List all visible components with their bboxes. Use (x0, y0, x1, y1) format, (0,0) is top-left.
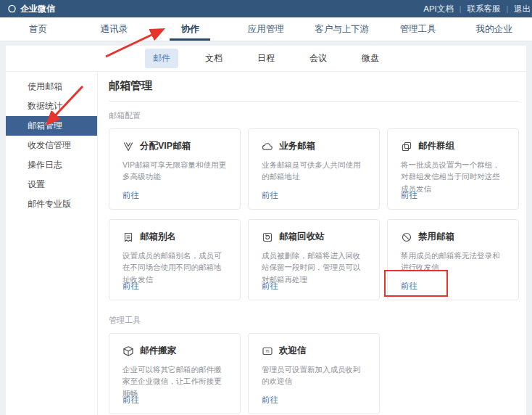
recycle-bin-icon (262, 231, 273, 243)
main-content: 邮箱管理 邮箱配置 分配VIP邮箱 VIP邮箱可享无限容量和使用更多高 (98, 72, 526, 415)
card-description: 企业可以将其它邮箱的邮件搬家至企业微信，让工作衔接更顺畅 (122, 363, 227, 399)
collaboration-tabs: 邮件 文档 日程 会议 微盘 (6, 46, 526, 72)
brand: 企业微信 (7, 3, 55, 15)
card-title: 邮箱回收站 (279, 231, 325, 243)
sidebar-item-settings[interactable]: 设置 (6, 175, 97, 194)
card-mail-alias: 邮箱别名 设置成员的邮箱别名，成员可在不同场合使用不同的邮箱地址收发信 前往 (109, 219, 241, 300)
section-label-admin-tools: 管理工具 (109, 315, 519, 326)
card-welcome-letter: Hi 欢迎信 管理员可设置新加入成员收到的欢迎信 前往 (248, 333, 380, 414)
go-link[interactable]: 前往 (122, 190, 139, 201)
card-title: 业务邮箱 (279, 140, 315, 152)
sidebar-item-operation-log[interactable]: 操作日志 (6, 155, 97, 175)
go-link[interactable]: 前往 (262, 395, 278, 406)
sidebar-item-mailbox-management[interactable]: 邮箱管理 (6, 116, 97, 136)
card-description: 将一批成员设置为一个群组，对群组发信相当于同时对这些成员发信 (401, 159, 505, 194)
admin-tools-cards: 邮件搬家 企业可以将其它邮箱的邮件搬家至企业微信，让工作衔接更顺畅 前往 Hi (109, 333, 519, 414)
card-description: 业务邮箱是可供多人共同使用的邮箱地址 (262, 159, 366, 183)
sidebar-item-mail-pro[interactable]: 邮件专业版 (6, 194, 97, 214)
nav-item-my-company[interactable]: 我的企业 (456, 17, 532, 41)
go-link[interactable]: 前往 (401, 190, 417, 201)
section-label-mailbox-config: 邮箱配置 (109, 110, 519, 121)
go-link[interactable]: 前往 (122, 281, 139, 292)
mail-alias-icon (122, 231, 134, 243)
card-title: 分配VIP邮箱 (140, 140, 191, 152)
svg-text:Hi: Hi (265, 349, 269, 353)
card-description: 设置成员的邮箱别名，成员可在不同场合使用不同的邮箱地址收发信 (122, 250, 227, 285)
nav-item-contacts[interactable]: 通讯录 (76, 17, 152, 41)
card-description: 管理员可设置新加入成员收到的欢迎信 (262, 363, 366, 387)
mailbox-config-cards: 分配VIP邮箱 VIP邮箱可享无限容量和使用更多高级功能 前往 业务邮箱 (109, 128, 519, 300)
api-docs-link[interactable]: API文档 (417, 4, 460, 15)
card-mail-move: 邮件搬家 企业可以将其它邮箱的邮件搬家至企业微信，让工作衔接更顺畅 前往 (109, 333, 241, 414)
go-link[interactable]: 前往 (262, 281, 278, 292)
card-business-mailbox: 业务邮箱 业务邮箱是可供多人共同使用的邮箱地址 前往 (248, 128, 380, 210)
go-link[interactable]: 前往 (122, 395, 139, 406)
main-nav: 首页 通讯录 协作 应用管理 客户与上下游 管理工具 我的企业 (0, 17, 532, 41)
nav-item-customers[interactable]: 客户与上下游 (304, 17, 380, 41)
nav-item-home[interactable]: 首页 (0, 17, 76, 41)
card-mailbox-recycle-bin: 邮箱回收站 成员被删除，邮箱将进入回收站保留一段时间，管理员可以对邮箱再处理 前… (248, 219, 380, 300)
topbar-links: API文档 | 联系客服 | 退出 (417, 4, 532, 15)
disabled-mail-icon (401, 231, 412, 243)
card-mail-group: 邮件群组 将一批成员设置为一个群组，对群组发信相当于同时对这些成员发信 前往 (387, 128, 519, 210)
card-description: VIP邮箱可享无限容量和使用更多高级功能 (122, 159, 227, 183)
card-vip-mailbox: 分配VIP邮箱 VIP邮箱可享无限容量和使用更多高级功能 前往 (109, 128, 241, 210)
go-link[interactable]: 前往 (262, 190, 278, 201)
sidebar-item-use-mailbox[interactable]: 使用邮箱 (6, 77, 97, 96)
topbar: 企业微信 API文档 | 联系客服 | 退出 (0, 0, 532, 17)
content-panel: 邮件 文档 日程 会议 微盘 使用邮箱 数据统计 邮箱管理 收发信管理 操作日志… (6, 46, 526, 415)
tab-mail[interactable]: 邮件 (145, 49, 178, 68)
card-description: 成员被删除，邮箱将进入回收站保留一段时间，管理员可以对邮箱再处理 (262, 250, 366, 285)
card-title: 邮件群组 (418, 140, 454, 152)
sidebar-item-data-statistics[interactable]: 数据统计 (6, 96, 97, 116)
brand-name: 企业微信 (20, 3, 55, 15)
business-mail-icon (262, 141, 273, 152)
mail-group-icon (401, 141, 412, 152)
nav-item-collaboration[interactable]: 协作 (152, 17, 228, 41)
vip-icon (122, 141, 134, 152)
card-title: 禁用邮箱 (418, 231, 454, 243)
nav-item-app-management[interactable]: 应用管理 (228, 17, 304, 41)
wework-logo-icon (7, 4, 17, 14)
card-title: 邮箱别名 (140, 231, 176, 243)
welcome-letter-icon: Hi (262, 345, 273, 357)
mail-move-icon (122, 345, 134, 357)
sidebar: 使用邮箱 数据统计 邮箱管理 收发信管理 操作日志 设置 邮件专业版 (6, 72, 98, 415)
go-link-disabled-mailbox[interactable]: 前往 (401, 281, 417, 292)
page-title: 邮箱管理 (109, 79, 519, 93)
tab-docs[interactable]: 文档 (197, 49, 230, 68)
card-disabled-mailbox: 禁用邮箱 禁用成员的邮箱将无法登录和进行收发信 前往 (387, 219, 519, 300)
card-description: 禁用成员的邮箱将无法登录和进行收发信 (401, 250, 505, 274)
tab-meeting[interactable]: 会议 (302, 49, 335, 68)
contact-support-link[interactable]: 联系客服 (461, 4, 506, 15)
nav-item-admin-tools[interactable]: 管理工具 (380, 17, 456, 41)
card-title: 欢迎信 (279, 345, 307, 357)
tab-schedule[interactable]: 日程 (249, 49, 283, 68)
logout-link[interactable]: 退出 (508, 4, 532, 15)
card-title: 邮件搬家 (140, 345, 176, 357)
tab-drive[interactable]: 微盘 (354, 49, 387, 68)
sidebar-item-send-receive-management[interactable]: 收发信管理 (6, 136, 97, 155)
divider (109, 101, 519, 102)
